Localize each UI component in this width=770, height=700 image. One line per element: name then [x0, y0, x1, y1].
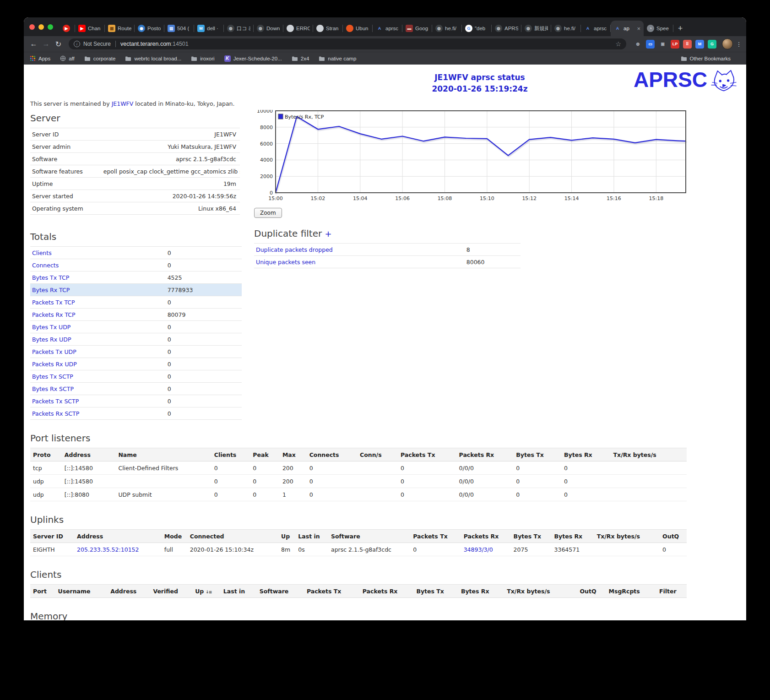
- cell: Yuki Matsukura, JE1WFV: [102, 141, 240, 153]
- chart-zoom-button[interactable]: Zoom: [254, 208, 282, 218]
- cell: 0: [211, 488, 250, 501]
- cell: 0: [561, 461, 611, 475]
- globe-icon: ◍: [227, 25, 234, 32]
- dell-icon: M: [197, 25, 205, 32]
- server-owner-link[interactable]: JE1WFV: [112, 100, 134, 107]
- cell: [::]:8080: [62, 488, 116, 501]
- bookmark-native-camp[interactable]: native camp: [319, 56, 356, 61]
- tab-erro[interactable]: ERRO: [283, 21, 313, 36]
- tab-down[interactable]: ◍Down: [254, 21, 283, 36]
- close-window-button[interactable]: [29, 24, 35, 30]
- tab-pinned[interactable]: ▶: [60, 21, 75, 36]
- cell-link[interactable]: Bytes Rx TCP: [32, 287, 70, 293]
- tab-chan[interactable]: ▶Chan: [75, 21, 105, 36]
- bookmark-iroxori[interactable]: iroxori: [191, 56, 214, 61]
- new-tab-button[interactable]: +: [673, 21, 687, 36]
- extension-icon-1[interactable]: ◍: [634, 40, 642, 49]
- tab-dell-[interactable]: Mdell ·: [194, 21, 224, 36]
- cell-link[interactable]: Clients: [32, 250, 52, 256]
- other-bookmarks[interactable]: Other Bookmarks: [681, 56, 740, 61]
- cell: 0: [561, 475, 611, 488]
- browser-menu-icon[interactable]: ⋮: [735, 41, 743, 48]
- back-button[interactable]: ←: [27, 40, 40, 48]
- cell: 0: [307, 461, 357, 475]
- tab-stran[interactable]: Stran: [313, 21, 343, 36]
- tab-label: Chan: [88, 26, 101, 31]
- cell-link[interactable]: Bytes Rx SCTP: [32, 385, 74, 392]
- cell-link[interactable]: 34893/3/0: [464, 546, 493, 553]
- extension-m-icon[interactable]: M: [695, 40, 704, 49]
- tab-close-icon[interactable]: ×: [637, 26, 640, 32]
- forward-button[interactable]: →: [40, 40, 52, 48]
- tab-label: he.fi/: [445, 26, 456, 31]
- tab--[interactable]: ◍口コミ: [224, 21, 254, 36]
- cell-link[interactable]: Packets Tx TCP: [32, 299, 75, 306]
- bookmark-webrtc-local-broad-[interactable]: webrtc local broad...: [125, 56, 181, 61]
- column-header: Mode: [162, 530, 187, 543]
- tab-504-[interactable]: ▤504 (: [164, 21, 194, 36]
- cell-link[interactable]: Bytes Tx SCTP: [32, 373, 73, 380]
- folder-icon: [681, 56, 687, 61]
- tab-he-fi-[interactable]: ◍he.fi/: [551, 21, 581, 36]
- bookmark-jexer-schedule-20-[interactable]: KJexer-Schedule-20...: [224, 55, 282, 62]
- tab-ap[interactable]: Aap×: [611, 21, 644, 36]
- bookmark-label: native camp: [328, 56, 356, 61]
- tab-route[interactable]: ▦Route: [105, 21, 135, 36]
- cell-link[interactable]: Connects: [32, 262, 59, 269]
- cell-link[interactable]: Packets Rx UDP: [32, 361, 77, 368]
- tab-spee[interactable]: ◔Spee: [644, 21, 673, 36]
- duplicate-filter-expand-link[interactable]: +: [325, 229, 332, 239]
- bookmark-2x4[interactable]: 2x4: [292, 56, 309, 61]
- bookmark-aff[interactable]: aff: [60, 55, 75, 61]
- cell: Software features: [30, 165, 102, 178]
- bookmark-star-icon[interactable]: ☆: [615, 40, 621, 48]
- cell: 200: [280, 461, 307, 475]
- youtube-music-icon: ▶: [63, 25, 70, 32]
- cell-link[interactable]: Packets Tx SCTP: [32, 398, 79, 405]
- tab--deb[interactable]: G"deb: [462, 21, 492, 36]
- sort-icon[interactable]: ↓≡: [206, 590, 211, 594]
- cell-link[interactable]: Bytes Tx UDP: [32, 324, 70, 331]
- tab-he-fi-[interactable]: ◍he.fi/: [432, 21, 462, 36]
- site-info-icon[interactable]: i: [74, 41, 80, 47]
- tab-aprs[interactable]: ◍APRS: [492, 21, 521, 36]
- cell-link[interactable]: 205.233.35.52:10152: [77, 546, 139, 553]
- tab-ubun[interactable]: Ubun: [343, 21, 373, 36]
- cell-link[interactable]: Packets Rx TCP: [32, 311, 76, 318]
- browser-toolbar: ← → ↻ i Not Secure vectant.teraren.com :…: [24, 36, 746, 52]
- table-row: Packets Rx UDP0: [30, 358, 242, 370]
- maximize-window-button[interactable]: [48, 24, 53, 30]
- bookmark-other-bookmarks[interactable]: Other Bookmarks: [681, 56, 731, 61]
- duplicate-filter-table: Duplicate packets dropped8Unique packets…: [254, 243, 521, 268]
- bookmark-apps[interactable]: Apps: [30, 55, 50, 61]
- address-bar[interactable]: i Not Secure vectant.teraren.com :14501 …: [69, 38, 626, 49]
- tab-aprsc[interactable]: Aaprsc: [581, 21, 611, 36]
- cell-link[interactable]: Bytes Rx UDP: [32, 336, 71, 343]
- cell-link[interactable]: Bytes Tx TCP: [32, 274, 69, 281]
- cell-link[interactable]: Packets Tx UDP: [32, 348, 76, 355]
- cell-link[interactable]: Unique packets seen: [256, 259, 315, 266]
- extension-lastpass-icon[interactable]: LP: [671, 40, 679, 49]
- reload-button[interactable]: ↻: [52, 40, 65, 49]
- folder-icon: [125, 56, 131, 61]
- cell: 0: [166, 259, 242, 271]
- extension-camera-icon[interactable]: ▣: [658, 40, 667, 49]
- column-header: Bytes Rx: [458, 585, 504, 598]
- minimize-window-button[interactable]: [38, 24, 44, 30]
- table-row: udp[::]:8080UDP submit001000/0/000: [30, 488, 687, 501]
- cell-link[interactable]: Duplicate packets dropped: [256, 246, 333, 253]
- tab--[interactable]: ◍新規掲: [521, 21, 551, 36]
- cell-link[interactable]: Packets Rx SCTP: [32, 410, 79, 417]
- tab-aprsc[interactable]: Aaprsc: [373, 21, 402, 36]
- bookmark-corporate[interactable]: corporate: [84, 56, 116, 61]
- extension-grammarly-icon[interactable]: G: [708, 40, 716, 49]
- tab-goog[interactable]: ▬Goog: [402, 21, 432, 36]
- cell: 2020-01-26 15:10:34z: [187, 543, 278, 556]
- cell: Operating system: [30, 202, 102, 215]
- extension-grid-icon[interactable]: ⠿: [683, 40, 692, 49]
- tab-posto[interactable]: ◉Posto: [135, 21, 164, 36]
- cell: 0: [513, 475, 561, 488]
- profile-avatar[interactable]: [722, 38, 733, 49]
- extension-monitor-icon[interactable]: ▭: [646, 40, 655, 49]
- column-header: Software: [328, 530, 410, 543]
